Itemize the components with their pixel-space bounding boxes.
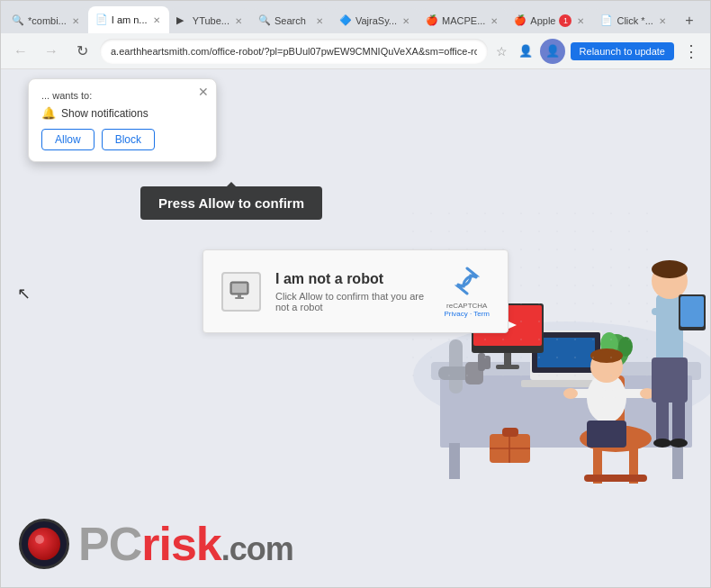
reload-button[interactable]: ↻ — [69, 39, 94, 64]
captcha-title: I am not a robot — [275, 271, 429, 287]
tab-favicon-8: 📄 — [600, 14, 613, 27]
tab-click[interactable]: 📄 Click *... ✕ — [593, 8, 674, 33]
tab-label-6: MACPE... — [442, 15, 485, 26]
tab-label-2: I am n... — [112, 14, 148, 25]
tab-label-7: Apple — [530, 15, 555, 26]
pcrisk-pc: PC — [78, 518, 141, 570]
svg-rect-42 — [680, 296, 704, 327]
address-bar-row: ← → ↻ ☆ 👤 👤 Relaunch to update ⋮ — [1, 33, 710, 69]
popup-wants-to-label: ... wants to: — [41, 90, 203, 101]
bookmark-icon[interactable]: ☆ — [493, 42, 511, 60]
tab-label-3: YTube... — [193, 15, 230, 26]
tab-bar: 🔍 *combi... ✕ 📄 I am n... ✕ ▶ YTube... ✕… — [1, 1, 710, 33]
tab-macpe[interactable]: 🍎 MACPE... ✕ — [418, 8, 507, 33]
pcrisk-watermark: PCrisk.com — [19, 519, 293, 569]
captcha-icon-box — [221, 272, 261, 312]
svg-rect-40 — [652, 308, 683, 315]
recaptcha-icon — [451, 265, 483, 302]
tab-close-8[interactable]: ✕ — [657, 14, 668, 28]
tab-close-2[interactable]: ✕ — [151, 14, 162, 27]
tab-vajrasy[interactable]: 🔷 VajraSy... ✕ — [332, 8, 418, 33]
svg-rect-44 — [672, 398, 685, 443]
popup-item-label: Show notifications — [61, 107, 148, 120]
tab-favicon-6: 🍎 — [426, 14, 438, 27]
tab-close-5[interactable]: ✕ — [400, 14, 411, 28]
pcrisk-dotcom: .com — [221, 530, 293, 567]
tab-close-6[interactable]: ✕ — [489, 14, 500, 28]
block-button[interactable]: Block — [102, 129, 155, 150]
captcha-monitor-icon — [229, 279, 254, 304]
recaptcha-label: reCAPTCHA — [446, 302, 487, 310]
tab-combi[interactable]: 🔍 *combi... ✕ — [4, 8, 88, 33]
allow-button[interactable]: Allow — [41, 129, 94, 150]
svg-rect-48 — [503, 429, 518, 436]
press-allow-text: Press Allow to confirm — [158, 195, 304, 211]
svg-rect-56 — [238, 294, 241, 297]
tab-favicon-1: 🔍 — [12, 14, 24, 27]
svg-point-46 — [670, 439, 688, 448]
popup-close-button[interactable]: ✕ — [198, 85, 209, 99]
mouse-cursor: ↖ — [17, 284, 31, 303]
tab-iamnot[interactable]: 📄 I am n... ✕ — [88, 6, 169, 33]
pcrisk-risk: risk — [141, 518, 221, 570]
recaptcha-logo: reCAPTCHA Privacy · Term — [444, 265, 490, 318]
relaunch-button[interactable]: Relaunch to update — [571, 42, 674, 60]
tab-label-8: Click *... — [616, 15, 652, 26]
tab-close-1[interactable]: ✕ — [70, 14, 81, 28]
popup-buttons: Allow Block — [41, 129, 203, 150]
pcrisk-logo — [19, 519, 69, 569]
tab-apple[interactable]: 🍎 Apple 1 ✕ — [507, 8, 593, 33]
svg-rect-37 — [652, 357, 688, 403]
press-allow-callout: Press Allow to confirm — [140, 186, 322, 220]
svg-rect-7 — [584, 475, 647, 482]
svg-point-45 — [653, 439, 671, 448]
tab-favicon-4: 🔍 — [258, 14, 271, 27]
pcrisk-logo-inner — [28, 528, 60, 560]
svg-rect-55 — [232, 284, 247, 293]
forward-button[interactable]: → — [39, 39, 64, 64]
notification-popup: ✕ ... wants to: 🔔 Show notifications All… — [28, 78, 217, 162]
tab-close-4[interactable]: ✕ — [314, 14, 325, 28]
new-tab-button[interactable]: + — [677, 8, 702, 33]
svg-point-28 — [563, 388, 578, 399]
page-content: ↖ ✕ ... wants to: 🔔 Show notifications A… — [1, 69, 710, 587]
bell-icon: 🔔 — [41, 106, 56, 120]
svg-point-39 — [652, 260, 688, 278]
browser-window: 🔍 *combi... ✕ 📄 I am n... ✕ ▶ YTube... ✕… — [0, 0, 711, 588]
popup-show-notifications: 🔔 Show notifications — [41, 106, 203, 120]
tab-label-5: VajraSy... — [356, 15, 397, 26]
tab-ytube[interactable]: ▶ YTube... ✕ — [169, 8, 251, 33]
tab-search[interactable]: 🔍 Search ✕ — [251, 8, 332, 33]
svg-rect-30 — [587, 421, 626, 448]
tab-label-1: *combi... — [28, 15, 67, 26]
tab-close-7[interactable]: ✕ — [575, 14, 586, 28]
tab-favicon-7: 🍎 — [514, 14, 526, 27]
tab-favicon-2: 📄 — [95, 14, 108, 26]
profile-button[interactable]: 👤 — [540, 39, 565, 64]
pcrisk-text: PCrisk.com — [78, 520, 293, 567]
alert-badge: 1 — [559, 14, 572, 27]
svg-rect-3 — [449, 443, 460, 479]
tab-favicon-5: 🔷 — [339, 14, 352, 27]
tab-close-3[interactable]: ✕ — [233, 14, 244, 28]
captcha-subtitle: Click Allow to confirm that you are not … — [275, 291, 429, 312]
address-input[interactable] — [100, 39, 488, 64]
captcha-text-area: I am not a robot Click Allow to confirm … — [275, 271, 429, 312]
svg-rect-4 — [672, 443, 683, 479]
recaptcha-links: Privacy · Term — [444, 310, 490, 318]
svg-rect-43 — [656, 398, 669, 443]
captcha-card: I am not a robot Click Allow to confirm … — [202, 249, 508, 333]
tab-label-4: Search — [274, 15, 310, 26]
svg-rect-57 — [235, 297, 244, 299]
profile-icon[interactable]: 👤 — [517, 42, 535, 60]
browser-menu-icon[interactable]: ⋮ — [680, 40, 703, 63]
back-button[interactable]: ← — [8, 39, 33, 64]
tab-favicon-3: ▶ — [176, 14, 189, 27]
